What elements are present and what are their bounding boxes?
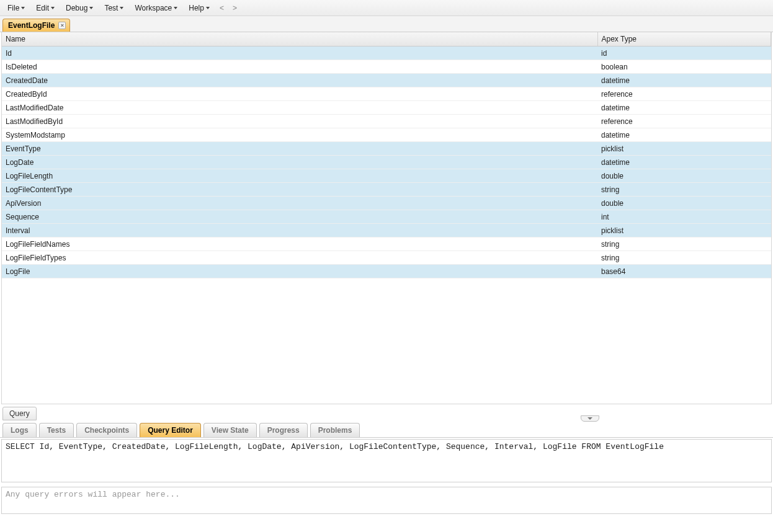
- field-type-cell: datetime: [597, 74, 771, 87]
- field-type-cell: double: [597, 169, 771, 183]
- nav-back-button[interactable]: <: [216, 2, 228, 14]
- field-name-cell: LogDate: [2, 156, 597, 169]
- table-row[interactable]: LogDatedatetime: [2, 156, 771, 169]
- table-row[interactable]: LogFileFieldTypesstring: [2, 251, 771, 265]
- caret-icon: [206, 7, 210, 9]
- caret-icon: [89, 7, 93, 9]
- menu-debug[interactable]: Debug: [61, 2, 98, 14]
- tab-view-state[interactable]: View State: [203, 423, 257, 437]
- query-errors-panel: Any query errors will appear here...: [1, 487, 772, 514]
- close-icon[interactable]: ×: [58, 22, 66, 29]
- table-row[interactable]: Sequenceint: [2, 210, 771, 224]
- field-name-cell: SystemModstamp: [2, 128, 597, 142]
- table-row[interactable]: LogFileFieldNamesstring: [2, 237, 771, 251]
- fields-table-wrap[interactable]: Name Apex Type IdidIsDeletedbooleanCreat…: [1, 32, 772, 404]
- table-row[interactable]: LastModifiedDatedatetime: [2, 101, 771, 115]
- menubar: File Edit Debug Test Workspace Help < >: [0, 0, 773, 16]
- field-type-cell: reference: [597, 115, 771, 128]
- field-type-cell: boolean: [597, 60, 771, 74]
- field-name-cell: Interval: [2, 224, 597, 237]
- field-type-cell: datetime: [597, 128, 771, 142]
- field-name-cell: IsDeleted: [2, 60, 597, 74]
- table-row[interactable]: Intervalpicklist: [2, 224, 771, 237]
- tab-problems[interactable]: Problems: [310, 423, 360, 437]
- field-name-cell: LogFileContentType: [2, 183, 597, 197]
- field-type-cell: picklist: [597, 142, 771, 156]
- table-row[interactable]: CreatedDatedatetime: [2, 74, 771, 87]
- field-name-cell: EventType: [2, 142, 597, 156]
- menu-edit-label: Edit: [36, 4, 49, 12]
- menu-test-label: Test: [104, 4, 118, 12]
- table-row[interactable]: CreatedByIdreference: [2, 87, 771, 101]
- field-name-cell: Id: [2, 47, 597, 60]
- menu-file-label: File: [7, 4, 19, 12]
- field-type-cell: string: [597, 237, 771, 251]
- table-row[interactable]: LastModifiedByIdreference: [2, 115, 771, 128]
- tab-logs[interactable]: Logs: [2, 423, 37, 437]
- field-type-cell: reference: [597, 87, 771, 101]
- table-row[interactable]: IsDeletedboolean: [2, 60, 771, 74]
- field-type-cell: base64: [597, 265, 771, 278]
- field-name-cell: LogFile: [2, 265, 597, 278]
- nav-forward-button[interactable]: >: [229, 2, 241, 14]
- field-type-cell: datetime: [597, 101, 771, 115]
- field-name-cell: LogFileFieldNames: [2, 237, 597, 251]
- tab-tests[interactable]: Tests: [39, 423, 74, 437]
- query-button[interactable]: Query: [2, 407, 37, 420]
- table-row[interactable]: LogFilebase64: [2, 265, 771, 278]
- field-name-cell: LastModifiedById: [2, 115, 597, 128]
- caret-icon: [120, 7, 123, 9]
- menu-workspace-label: Workspace: [135, 4, 172, 12]
- field-name-cell: LogFileLength: [2, 169, 597, 183]
- tab-label: EventLogFile: [8, 21, 55, 30]
- caret-icon: [174, 7, 177, 9]
- tab-checkpoints[interactable]: Checkpoints: [76, 423, 137, 437]
- field-type-cell: datetime: [597, 156, 771, 169]
- field-name-cell: Sequence: [2, 210, 597, 224]
- caret-icon: [21, 7, 25, 9]
- menu-test[interactable]: Test: [99, 2, 128, 14]
- panel-resize-handle[interactable]: [581, 415, 599, 422]
- menu-file[interactable]: File: [2, 2, 30, 14]
- table-row[interactable]: ApiVersiondouble: [2, 197, 771, 210]
- field-name-cell: ApiVersion: [2, 197, 597, 210]
- field-type-cell: id: [597, 47, 771, 60]
- menu-help[interactable]: Help: [184, 2, 215, 14]
- menu-edit[interactable]: Edit: [31, 2, 60, 14]
- col-header-name[interactable]: Name: [2, 32, 597, 47]
- field-name-cell: CreatedDate: [2, 74, 597, 87]
- field-name-cell: CreatedById: [2, 87, 597, 101]
- col-header-apex-type[interactable]: Apex Type: [597, 32, 771, 47]
- field-type-cell: picklist: [597, 224, 771, 237]
- fields-table: Name Apex Type IdidIsDeletedbooleanCreat…: [2, 32, 771, 278]
- tab-progress[interactable]: Progress: [259, 423, 308, 437]
- table-row[interactable]: EventTypepicklist: [2, 142, 771, 156]
- field-name-cell: LogFileFieldTypes: [2, 251, 597, 265]
- query-bar: Query: [0, 404, 773, 420]
- tab-query-editor[interactable]: Query Editor: [140, 423, 201, 437]
- menu-debug-label: Debug: [66, 4, 87, 12]
- field-name-cell: LastModifiedDate: [2, 101, 597, 115]
- field-type-cell: double: [597, 197, 771, 210]
- table-row[interactable]: LogFileLengthdouble: [2, 169, 771, 183]
- field-type-cell: string: [597, 251, 771, 265]
- field-type-cell: string: [597, 183, 771, 197]
- query-editor-input[interactable]: [1, 439, 772, 482]
- bottom-tabstrip: Logs Tests Checkpoints Query Editor View…: [0, 420, 773, 438]
- table-row[interactable]: SystemModstampdatetime: [2, 128, 771, 142]
- tab-eventlogfile[interactable]: EventLogFile ×: [2, 19, 70, 32]
- table-header-row: Name Apex Type: [2, 32, 771, 47]
- field-type-cell: int: [597, 210, 771, 224]
- menu-workspace[interactable]: Workspace: [130, 2, 182, 14]
- menu-help-label: Help: [189, 4, 204, 12]
- chevron-down-icon: [588, 417, 592, 420]
- table-row[interactable]: LogFileContentTypestring: [2, 183, 771, 197]
- caret-icon: [51, 7, 55, 9]
- table-row[interactable]: Idid: [2, 47, 771, 60]
- top-tabstrip: EventLogFile ×: [0, 16, 773, 32]
